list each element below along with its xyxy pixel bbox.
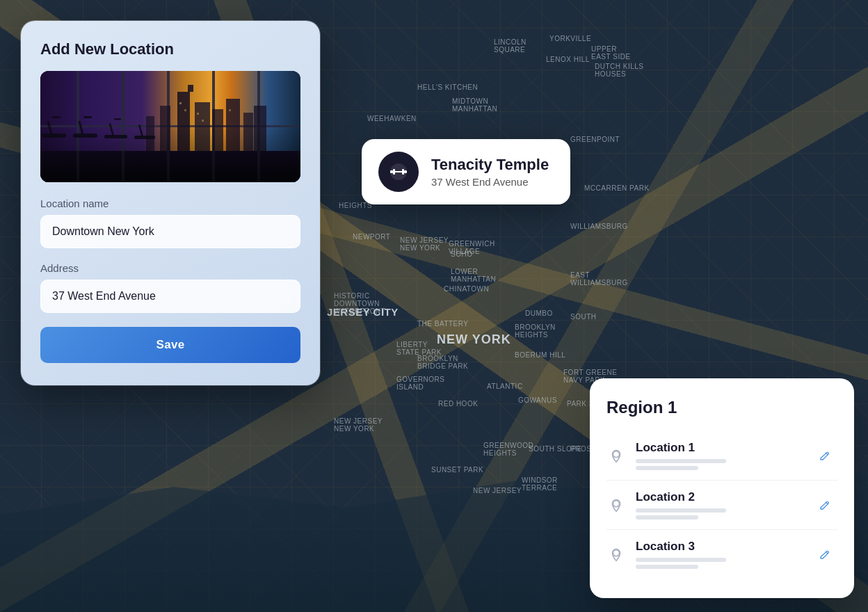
svg-rect-15 <box>243 113 253 151</box>
popup-gym-name: Tenacity Temple <box>431 156 549 174</box>
svg-rect-20 <box>184 109 186 111</box>
location-line-short <box>636 515 698 520</box>
svg-rect-32 <box>114 118 121 120</box>
location-line-short <box>636 565 698 569</box>
location-sub-lines <box>636 558 803 569</box>
svg-rect-33 <box>134 136 155 139</box>
edit-location-button[interactable] <box>812 443 837 468</box>
location-name: Location 1 <box>636 441 803 455</box>
svg-point-44 <box>613 550 619 556</box>
svg-rect-10 <box>177 92 190 151</box>
svg-rect-1 <box>40 151 300 182</box>
svg-rect-40 <box>402 169 404 175</box>
gym-image <box>40 71 300 182</box>
barbell-icon <box>387 161 410 183</box>
location-info: Location 1 <box>636 441 803 470</box>
svg-point-42 <box>613 451 619 458</box>
pin-icon <box>609 547 624 562</box>
svg-rect-19 <box>179 102 182 104</box>
edit-location-button[interactable] <box>812 542 837 567</box>
popup-gym-icon <box>378 152 419 192</box>
location-line-long <box>636 459 726 463</box>
region-title: Region 1 <box>606 398 837 417</box>
svg-point-43 <box>613 501 619 507</box>
location-line-long <box>636 558 726 562</box>
popup-address: 37 West End Avenue <box>431 176 549 188</box>
svg-rect-26 <box>52 116 61 118</box>
svg-rect-0 <box>40 71 300 182</box>
add-location-panel: Add New Location <box>21 21 320 385</box>
location-pin-icon <box>606 446 626 465</box>
location-pin-icon <box>606 495 626 515</box>
location-item: Location 3 <box>606 530 837 579</box>
svg-rect-4 <box>122 71 124 182</box>
location-info: Location 2 <box>636 490 803 520</box>
svg-rect-16 <box>254 106 266 151</box>
svg-rect-23 <box>229 109 231 111</box>
location-pin-icon <box>606 545 626 564</box>
svg-rect-18 <box>146 116 154 151</box>
gym-scene-svg <box>40 71 300 182</box>
svg-rect-14 <box>226 99 240 151</box>
svg-rect-24 <box>42 134 66 138</box>
region-panel: Region 1 Location 1 <box>590 378 854 598</box>
svg-rect-35 <box>40 151 300 182</box>
svg-rect-38 <box>393 169 395 175</box>
location-list: Location 1 Location 2 <box>606 431 837 579</box>
svg-rect-11 <box>188 85 193 92</box>
pencil-icon <box>819 548 831 561</box>
svg-rect-34 <box>138 124 143 136</box>
save-button[interactable]: Save <box>40 327 300 363</box>
svg-rect-27 <box>73 134 97 138</box>
location-sub-lines <box>636 459 803 470</box>
svg-rect-13 <box>212 109 223 151</box>
location-sub-lines <box>636 508 803 520</box>
pencil-icon <box>819 449 831 462</box>
location-info: Location 3 <box>636 540 803 569</box>
popup-content: Tenacity Temple 37 West End Avenue <box>431 156 549 188</box>
svg-rect-7 <box>257 71 260 182</box>
svg-rect-21 <box>197 113 199 115</box>
pencil-icon <box>819 499 831 511</box>
pin-icon <box>609 497 624 513</box>
address-input[interactable] <box>40 280 300 313</box>
panel-title: Add New Location <box>40 40 300 58</box>
location-item: Location 2 <box>606 481 837 530</box>
edit-location-button[interactable] <box>812 492 837 517</box>
svg-rect-22 <box>202 120 204 122</box>
svg-rect-37 <box>390 170 393 173</box>
address-label: Address <box>40 262 300 274</box>
location-name: Location 3 <box>636 540 803 554</box>
location-name-input[interactable] <box>40 215 300 248</box>
location-name: Location 2 <box>636 490 803 504</box>
svg-rect-3 <box>77 71 79 182</box>
svg-rect-30 <box>104 135 127 138</box>
svg-rect-39 <box>395 171 402 172</box>
svg-rect-17 <box>160 106 170 151</box>
svg-rect-6 <box>212 71 215 182</box>
svg-rect-5 <box>167 71 170 182</box>
location-name-label: Location name <box>40 198 300 209</box>
pin-icon <box>609 448 624 463</box>
svg-rect-29 <box>83 116 92 118</box>
svg-rect-41 <box>404 170 407 173</box>
svg-rect-12 <box>195 102 210 151</box>
location-item: Location 1 <box>606 431 837 481</box>
map-popup: Tenacity Temple 37 West End Avenue <box>362 139 570 204</box>
location-line-long <box>636 508 726 513</box>
location-line-short <box>636 466 698 470</box>
